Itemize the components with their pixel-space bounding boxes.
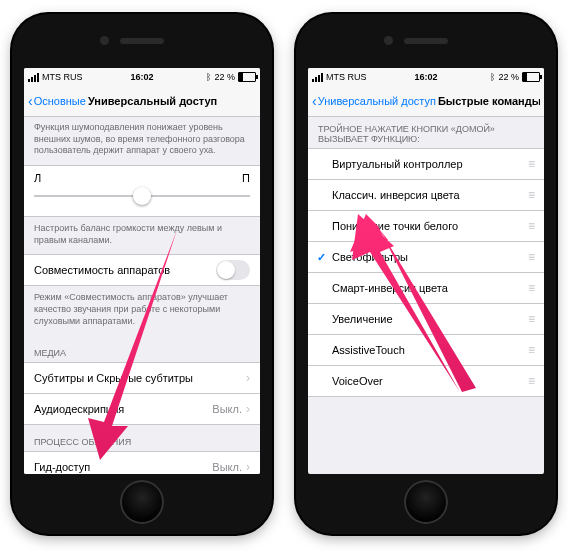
balance-left-label: Л [34,172,41,184]
shortcut-item[interactable]: Увеличение≡ [308,304,544,335]
hearing-compat-label: Совместимость аппаратов [34,264,216,276]
triple-click-header: ТРОЙНОЕ НАЖАТИЕ КНОПКИ «ДОМОЙ» ВЫЗЫВАЕТ … [308,116,544,148]
media-header: МЕДИА [24,336,260,362]
phone-speaker [404,38,448,44]
status-bar: MTS RUS 16:02 ᛒ 22 % [308,68,544,86]
shortcut-item[interactable]: Смарт-инверсия цвета≡ [308,273,544,304]
shortcut-item-label: VoiceOver [332,375,528,387]
signal-icon [28,73,39,82]
shortcut-item[interactable]: Виртуальный контроллер≡ [308,148,544,180]
noise-cancel-footer: Функция шумоподавления понижает уровень … [24,116,260,165]
bluetooth-icon: ᛒ [490,72,495,82]
audiodesc-value: Выкл. [212,403,242,415]
chevron-right-icon: › [246,371,250,385]
settings-content[interactable]: Функция шумоподавления понижает уровень … [24,116,260,474]
shortcut-item-label: Виртуальный контроллер [332,158,528,170]
reorder-icon[interactable]: ≡ [528,281,534,295]
back-button[interactable]: ‹ Основные [28,94,86,108]
battery-icon [238,72,256,82]
phone-speaker [120,38,164,44]
nav-title: Быстрые команды [438,95,540,107]
battery-text: 22 % [214,72,235,82]
status-time: 16:02 [414,72,437,82]
phone-camera [100,36,109,45]
shortcut-item-label: Светофильтры [332,251,528,263]
status-bar: MTS RUS 16:02 ᛒ 22 % [24,68,260,86]
reorder-icon[interactable]: ≡ [528,250,534,264]
chevron-left-icon: ‹ [312,94,317,108]
hearing-compat-footer: Режим «Совместимость аппаратов» улучшает… [24,286,260,335]
shortcut-item-label: Увеличение [332,313,528,325]
balance-footer: Настроить баланс громкости между левым и… [24,217,260,254]
home-button[interactable] [404,480,448,524]
home-button[interactable] [120,480,164,524]
back-label: Универсальный доступ [318,95,436,107]
nav-bar: ‹ Универсальный доступ Быстрые команды [308,86,544,117]
back-button[interactable]: ‹ Универсальный доступ [312,94,436,108]
shortcut-item[interactable]: Классич. инверсия цвета≡ [308,180,544,211]
chevron-right-icon: › [246,460,250,474]
audiodesc-cell[interactable]: Аудиодескрипция Выкл. › [24,394,260,425]
nav-title: Универсальный доступ [88,95,256,107]
screen-left: MTS RUS 16:02 ᛒ 22 % ‹ Основные Универса… [24,68,260,474]
status-time: 16:02 [130,72,153,82]
reorder-icon[interactable]: ≡ [528,188,534,202]
shortcut-item-label: AssistiveTouch [332,344,528,356]
shortcut-item[interactable]: Понижение точки белого≡ [308,211,544,242]
hearing-compat-switch[interactable] [216,260,250,280]
screen-right: MTS RUS 16:02 ᛒ 22 % ‹ Универсальный дос… [308,68,544,474]
carrier-label: MTS RUS [42,72,83,82]
back-label: Основные [34,95,86,107]
battery-text: 22 % [498,72,519,82]
phone-left: MTS RUS 16:02 ᛒ 22 % ‹ Основные Универса… [12,14,272,534]
chevron-left-icon: ‹ [28,94,33,108]
subtitles-cell[interactable]: Субтитры и Скрытые субтитры › [24,362,260,394]
shortcut-item[interactable]: VoiceOver≡ [308,366,544,397]
reorder-icon[interactable]: ≡ [528,219,534,233]
chevron-right-icon: › [246,402,250,416]
shortcut-item-label: Классич. инверсия цвета [332,189,528,201]
reorder-icon[interactable]: ≡ [528,343,534,357]
hearing-compat-cell[interactable]: Совместимость аппаратов [24,254,260,286]
shortcut-item[interactable]: ✓Светофильтры≡ [308,242,544,273]
audiodesc-label: Аудиодескрипция [34,403,212,415]
balance-slider-cell[interactable]: Л П [24,165,260,217]
shortcut-item-label: Понижение точки белого [332,220,528,232]
check-icon: ✓ [314,251,328,264]
balance-right-label: П [242,172,250,184]
shortcut-item-label: Смарт-инверсия цвета [332,282,528,294]
shortcut-content[interactable]: ТРОЙНОЕ НАЖАТИЕ КНОПКИ «ДОМОЙ» ВЫЗЫВАЕТ … [308,116,544,474]
reorder-icon[interactable]: ≡ [528,312,534,326]
guided-access-label: Гид-доступ [34,461,212,473]
learning-header: ПРОЦЕСС ОБУЧЕНИЯ [24,425,260,451]
reorder-icon[interactable]: ≡ [528,157,534,171]
shortcut-item[interactable]: AssistiveTouch≡ [308,335,544,366]
reorder-icon[interactable]: ≡ [528,374,534,388]
bluetooth-icon: ᛒ [206,72,211,82]
slider-thumb[interactable] [133,187,151,205]
guided-access-cell[interactable]: Гид-доступ Выкл. › [24,451,260,475]
battery-icon [522,72,540,82]
nav-bar: ‹ Основные Универсальный доступ [24,86,260,117]
carrier-label: MTS RUS [326,72,367,82]
signal-icon [312,73,323,82]
balance-slider[interactable] [34,186,250,206]
subtitles-label: Субтитры и Скрытые субтитры [34,372,246,384]
phone-camera [384,36,393,45]
phone-right: MTS RUS 16:02 ᛒ 22 % ‹ Универсальный дос… [296,14,556,534]
guided-access-value: Выкл. [212,461,242,473]
